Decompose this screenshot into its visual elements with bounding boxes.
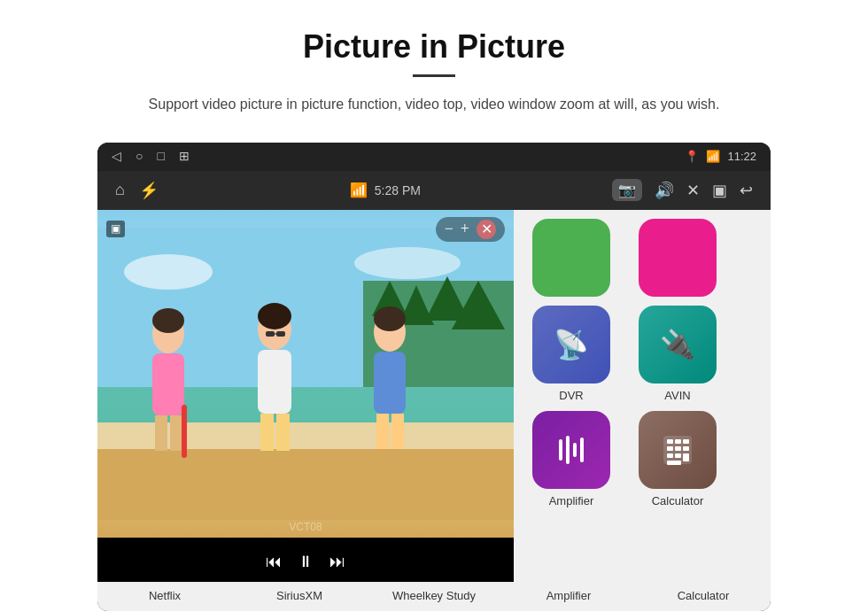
svg-point-20 <box>258 303 291 329</box>
calculator-label: Calculator <box>652 494 704 507</box>
calculator-svg <box>658 430 697 469</box>
close-icon[interactable]: ✕ <box>686 181 700 200</box>
svg-rect-30 <box>559 439 562 461</box>
pip-plus-button[interactable]: + <box>461 220 469 238</box>
app-grid: 📡 DVR 🔌 AVIN <box>514 210 771 582</box>
bottom-label-amplifier: Amplifier <box>507 589 631 602</box>
bottom-label-wheelkey: Wheelkey Study <box>372 589 496 602</box>
status-bar-right: 📍 📶 11:22 <box>685 150 756 163</box>
back-nav-icon[interactable]: ↩ <box>740 181 753 200</box>
amplifier-svg <box>554 432 589 468</box>
home-icon[interactable]: ○ <box>136 150 143 164</box>
avin-icon: 🔌 <box>639 306 717 383</box>
status-bar: ◁ ○ □ ⊞ 📍 📶 11:22 <box>97 143 771 171</box>
app-icon-dvr[interactable]: 📡 DVR <box>523 306 620 402</box>
svg-point-25 <box>374 306 406 331</box>
play-pause-button[interactable]: ⏸ <box>298 553 314 571</box>
svg-rect-22 <box>374 352 406 414</box>
recents-icon[interactable]: □ <box>157 150 164 164</box>
page-title: Picture in Picture <box>53 28 815 66</box>
bottom-label-siriusxm: SiriusXM <box>237 589 361 602</box>
apps-icon[interactable]: ⊞ <box>179 149 190 164</box>
video-scene <box>97 210 514 538</box>
pip-minus-button[interactable]: − <box>445 220 453 238</box>
app-row-main: 📡 DVR 🔌 AVIN <box>523 306 762 402</box>
video-area: ▣ − + ✕ ⏮ ⏸ ⏭ VCT08 <box>97 210 514 582</box>
svg-rect-28 <box>276 331 285 337</box>
svg-rect-37 <box>683 439 689 444</box>
bottom-label-netflix: Netflix <box>103 589 227 602</box>
svg-rect-12 <box>152 353 184 415</box>
svg-rect-40 <box>683 446 689 451</box>
back-icon[interactable]: ◁ <box>112 149 121 164</box>
wifi-icon: 📶 <box>350 182 368 198</box>
usb-icon[interactable]: ⚡ <box>139 181 159 200</box>
svg-rect-18 <box>260 414 274 451</box>
avin-label: AVIN <box>664 389 690 402</box>
amplifier-icon <box>532 411 610 489</box>
prev-button[interactable]: ⏮ <box>266 553 282 571</box>
calculator-icon <box>639 411 717 489</box>
svg-rect-26 <box>182 405 187 458</box>
status-time: 11:22 <box>727 150 756 163</box>
svg-rect-31 <box>566 436 570 464</box>
home-nav-icon[interactable]: ⌂ <box>115 181 125 199</box>
header-section: Picture in Picture Support video picture… <box>0 0 868 134</box>
device-frame: ◁ ○ □ ⊞ 📍 📶 11:22 ⌂ ⚡ 📶 5:28 PM 📷 🔊 ✕ ▣ … <box>97 143 771 611</box>
app-icon-calculator[interactable]: Calculator <box>629 411 726 507</box>
playback-controls: ⏮ ⏸ ⏭ <box>97 543 514 582</box>
nav-bar-left: ⌂ ⚡ <box>115 181 159 200</box>
app-icon-amplifier[interactable]: Amplifier <box>523 411 620 507</box>
pip-close-button[interactable]: ✕ <box>477 220 496 239</box>
svg-rect-44 <box>667 461 681 465</box>
svg-rect-32 <box>573 443 577 457</box>
app-icon-avin[interactable]: 🔌 AVIN <box>629 306 726 402</box>
dvr-label: DVR <box>559 389 583 402</box>
netflix-icon <box>532 219 610 297</box>
svg-rect-24 <box>391 414 404 449</box>
main-content: ▣ − + ✕ ⏮ ⏸ ⏭ VCT08 <box>97 210 771 582</box>
svg-rect-35 <box>667 439 673 444</box>
pip-window-icon[interactable]: ▣ <box>712 181 727 200</box>
video-overlay: ▣ − + ✕ <box>97 210 514 538</box>
siriusxm-icon <box>639 219 717 297</box>
svg-rect-39 <box>675 446 681 451</box>
app-row-bottom: Amplifier <box>523 411 762 507</box>
pip-mode-icon: ▣ <box>106 221 125 237</box>
svg-rect-41 <box>667 453 673 458</box>
svg-rect-33 <box>580 438 584 462</box>
status-bar-left: ◁ ○ □ ⊞ <box>112 149 190 164</box>
svg-point-15 <box>152 308 184 333</box>
svg-point-1 <box>124 254 213 290</box>
nav-time: 5:28 PM <box>375 183 421 198</box>
signal-icon: 📶 <box>706 150 720 163</box>
svg-rect-17 <box>258 350 291 414</box>
svg-rect-43 <box>683 453 689 461</box>
svg-rect-23 <box>376 414 389 449</box>
dvr-icon: 📡 <box>532 306 610 383</box>
next-button[interactable]: ⏭ <box>329 553 345 571</box>
pip-resize-controls: − + ✕ <box>436 217 505 242</box>
nav-bar: ⌂ ⚡ 📶 5:28 PM 📷 🔊 ✕ ▣ ↩ <box>97 171 771 210</box>
svg-rect-36 <box>675 439 681 444</box>
nav-bar-right: 📷 🔊 ✕ ▣ ↩ <box>612 179 753 201</box>
pip-controls-bar: ▣ − + ✕ <box>97 217 514 242</box>
app-icon-siriusxm[interactable] <box>629 219 726 297</box>
svg-rect-10 <box>97 449 514 520</box>
video-thumbnail <box>97 210 514 538</box>
svg-rect-27 <box>266 331 275 337</box>
svg-rect-19 <box>276 414 290 451</box>
nav-bar-center: 📶 5:28 PM <box>350 182 421 198</box>
volume-icon[interactable]: 🔊 <box>655 181 674 200</box>
bottom-labels-bar: Netflix SiriusXM Wheelkey Study Amplifie… <box>97 582 771 611</box>
svg-rect-13 <box>155 415 167 451</box>
app-icon-netflix[interactable] <box>523 219 620 297</box>
amplifier-label: Amplifier <box>549 494 594 507</box>
svg-rect-14 <box>170 415 182 451</box>
svg-point-2 <box>354 247 461 279</box>
camera-button[interactable]: 📷 <box>612 179 642 201</box>
location-icon: 📍 <box>685 150 699 163</box>
svg-rect-38 <box>667 446 673 451</box>
app-row-top <box>523 219 762 297</box>
subtitle: Support video picture in picture functio… <box>53 93 815 116</box>
